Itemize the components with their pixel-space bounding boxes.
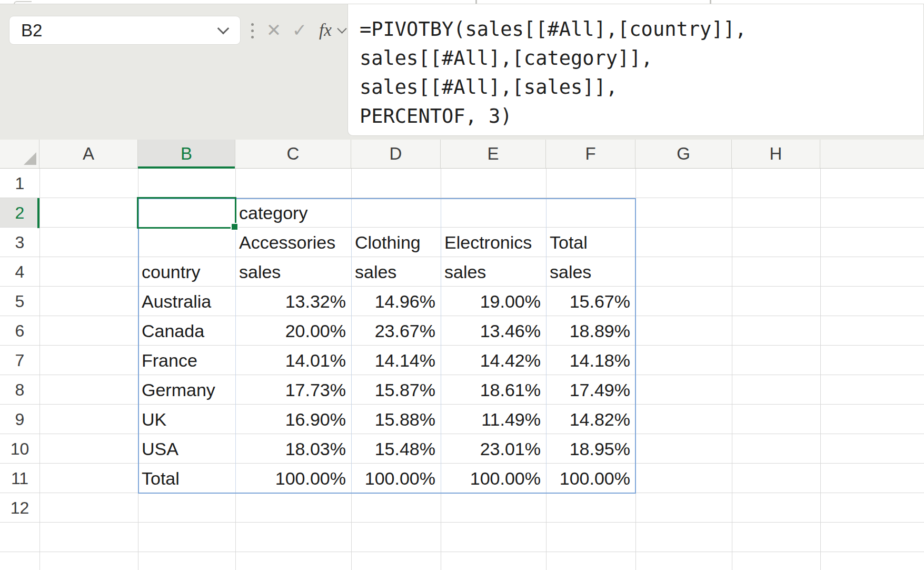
cell-D11[interactable]: 100.00% [351, 464, 441, 493]
select-all-corner[interactable] [0, 140, 39, 168]
row-header-7[interactable]: 7 [0, 346, 39, 375]
formula-line: sales[[#All],[category]], [360, 44, 923, 73]
cell-F4[interactable]: sales [546, 257, 635, 287]
row-header-9[interactable]: 9 [0, 405, 39, 434]
cell-D4[interactable]: sales [351, 257, 441, 287]
insert-function-button[interactable]: fx [314, 17, 337, 43]
row-header-11[interactable]: 11 [0, 464, 39, 493]
ribbon-corner-fragment [14, 1, 32, 4]
cell-C5[interactable]: 13.32% [235, 287, 351, 316]
column-header-row: A B C D E F G H [0, 140, 924, 169]
formula-line: sales[[#All],[sales]], [360, 73, 923, 102]
check-icon: ✓ [292, 19, 307, 41]
cell-E10[interactable]: 23.01% [441, 434, 546, 464]
cell-C10[interactable]: 18.03% [235, 434, 351, 464]
cell-D7[interactable]: 14.14% [351, 346, 441, 375]
formula-bar-drag-handle[interactable] [249, 17, 256, 44]
row-header-2[interactable]: 2 [0, 198, 39, 228]
cell-C9[interactable]: 16.90% [235, 405, 351, 434]
cell-D6[interactable]: 23.67% [351, 316, 441, 346]
cell-F11[interactable]: 100.00% [546, 464, 635, 493]
column-header-G[interactable]: G [635, 140, 732, 168]
formula-line: PERCENTOF, 3) [360, 102, 923, 131]
cell-C7[interactable]: 14.01% [235, 346, 351, 375]
name-box-value[interactable]: B2 [9, 21, 219, 41]
enter-button[interactable]: ✓ [287, 17, 312, 43]
name-box-chevron-down-icon[interactable] [217, 23, 230, 35]
cell-C11[interactable]: 100.00% [235, 464, 351, 493]
cell-F8[interactable]: 17.49% [546, 375, 635, 405]
column-header-B[interactable]: B [138, 140, 235, 168]
cell-C6[interactable]: 20.00% [235, 316, 351, 346]
ribbon-bottom-edge [0, 0, 924, 4]
cell-E4[interactable]: sales [441, 257, 546, 287]
column-header-C[interactable]: C [235, 140, 351, 168]
cell-F3[interactable]: Total [546, 228, 635, 257]
column-header-E[interactable]: E [441, 140, 546, 168]
cell-B7[interactable]: France [138, 346, 235, 375]
cell-B6[interactable]: Canada [138, 316, 235, 346]
ribbon-artifact [710, 0, 711, 4]
cell-E11[interactable]: 100.00% [441, 464, 546, 493]
row-header-12[interactable]: 12 [0, 493, 39, 523]
cell-D5[interactable]: 14.96% [351, 287, 441, 316]
column-header-partial[interactable] [820, 140, 924, 168]
cell-E5[interactable]: 19.00% [441, 287, 546, 316]
name-box[interactable]: B2 [9, 16, 241, 45]
cell-F10[interactable]: 18.95% [546, 434, 635, 464]
cell-D9[interactable]: 15.88% [351, 405, 441, 434]
cell-B4[interactable]: country [138, 257, 235, 287]
cell-F6[interactable]: 18.89% [546, 316, 635, 346]
cell-B8[interactable]: Germany [138, 375, 235, 405]
selected-row-bar [37, 198, 39, 228]
formula-bar-collapse-button[interactable] [335, 17, 349, 43]
cell-C4[interactable]: sales [235, 257, 351, 287]
cell-E3[interactable]: Electronics [441, 228, 546, 257]
cell-C2[interactable]: category [235, 198, 351, 228]
cancel-button[interactable]: ✕ [262, 17, 286, 43]
cell-E7[interactable]: 14.42% [441, 346, 546, 375]
row-header-8[interactable]: 8 [0, 375, 39, 405]
fx-icon: fx [319, 21, 332, 40]
formula-bar-area: B2 ✕ ✓ fx =PIVOTBY(sales[[#All],[country… [0, 0, 924, 140]
fill-handle[interactable] [231, 223, 239, 231]
row-header-4[interactable]: 4 [0, 257, 39, 287]
gridline [39, 169, 40, 570]
formula-input[interactable]: =PIVOTBY(sales[[#All],[country]], sales[… [348, 4, 923, 131]
column-header-A[interactable]: A [39, 140, 138, 168]
cell-E6[interactable]: 13.46% [441, 316, 546, 346]
selection-B2[interactable] [137, 197, 236, 229]
dot [251, 23, 254, 26]
cell-B5[interactable]: Australia [138, 287, 235, 316]
row-header-6[interactable]: 6 [0, 316, 39, 346]
cell-B10[interactable]: USA [138, 434, 235, 464]
cell-E9[interactable]: 11.49% [441, 405, 546, 434]
cell-E8[interactable]: 18.61% [441, 375, 546, 405]
chevron-down-icon [337, 24, 346, 33]
column-header-F[interactable]: F [546, 140, 635, 168]
column-header-B-label: B [181, 144, 192, 163]
cell-F7[interactable]: 14.18% [546, 346, 635, 375]
row-header-5[interactable]: 5 [0, 287, 39, 316]
cell-C3[interactable]: Accessories [235, 228, 351, 257]
cell-B9[interactable]: UK [138, 405, 235, 434]
cell-D8[interactable]: 15.87% [351, 375, 441, 405]
cell-C8[interactable]: 17.73% [235, 375, 351, 405]
column-header-D[interactable]: D [351, 140, 441, 168]
formula-line: =PIVOTBY(sales[[#All],[country]], [360, 15, 923, 44]
row-header-10[interactable]: 10 [0, 434, 39, 464]
cell-D3[interactable]: Clothing [351, 228, 441, 257]
gridline [732, 169, 732, 570]
dot [251, 36, 254, 38]
select-all-triangle-icon [24, 152, 36, 165]
row-header-1[interactable]: 1 [0, 169, 39, 198]
cell-D10[interactable]: 15.48% [351, 434, 441, 464]
row-header-3[interactable]: 3 [0, 228, 39, 257]
gridline [820, 169, 821, 570]
column-header-H[interactable]: H [732, 140, 820, 168]
cancel-icon: ✕ [266, 19, 282, 41]
formula-bar[interactable]: =PIVOTBY(sales[[#All],[country]], sales[… [347, 4, 924, 136]
cell-B11[interactable]: Total [138, 464, 235, 493]
cell-F9[interactable]: 14.82% [546, 405, 635, 434]
cell-F5[interactable]: 15.67% [546, 287, 635, 316]
